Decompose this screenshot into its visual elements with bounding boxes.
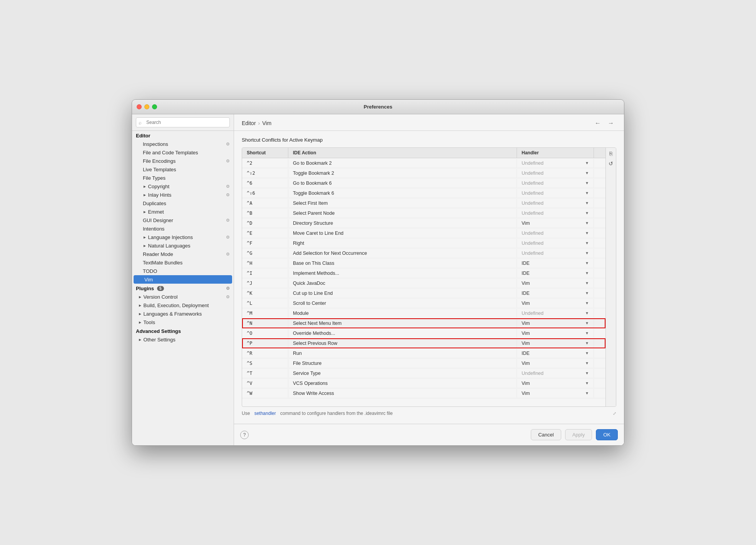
sidebar-item-language-injections[interactable]: ► Language Injections ⚙ [132, 233, 234, 241]
sidebar-item-textmate-bundles[interactable]: TextMate Bundles [132, 258, 234, 267]
sethandler-link[interactable]: sethandler [254, 411, 276, 416]
dropdown-arrow-icon[interactable]: ▼ [585, 301, 589, 305]
chevron-right-icon: ► [138, 320, 142, 324]
dropdown-arrow-icon[interactable]: ▼ [585, 201, 589, 205]
dropdown-arrow-icon[interactable]: ▼ [585, 261, 589, 265]
sidebar-item-copyright[interactable]: ► Copyright ⚙ [132, 182, 234, 191]
back-button[interactable]: ← [592, 119, 603, 127]
dropdown-arrow-icon[interactable]: ▼ [585, 231, 589, 235]
handler-value: Vim [522, 331, 530, 336]
footer-text-pre: Use [242, 411, 250, 416]
dropdown-arrow-icon[interactable]: ▼ [585, 221, 589, 225]
sidebar-item-inlay-hints[interactable]: ► Inlay Hints ⚙ [132, 191, 234, 199]
settings-icon: ⚙ [226, 192, 230, 197]
handler-cell: Undefined ▼ [517, 159, 594, 167]
breadcrumb-separator: › [258, 120, 260, 126]
dropdown-arrow-icon[interactable]: ▼ [585, 341, 589, 345]
sidebar-item-vim[interactable]: Vim [134, 275, 232, 284]
zoom-button[interactable] [152, 104, 157, 109]
sidebar-item-emmet[interactable]: ► Emmet [132, 207, 234, 216]
cancel-button[interactable]: Cancel [531, 429, 561, 440]
dropdown-arrow-icon[interactable]: ▼ [585, 191, 589, 195]
sidebar-item-build-execution[interactable]: ► Build, Execution, Deployment [132, 301, 234, 309]
dropdown-arrow-icon[interactable]: ▼ [585, 291, 589, 295]
shortcut-cell: ^V [242, 379, 288, 388]
table-row: ^V VCS Operations Vim ▼ [242, 378, 605, 388]
table-row: ^R Run IDE ▼ [242, 348, 605, 358]
sidebar-item-tools[interactable]: ► Tools [132, 318, 234, 326]
dropdown-arrow-icon[interactable]: ▼ [585, 391, 589, 395]
sidebar-item-file-code-templates[interactable]: File and Code Templates [132, 148, 234, 157]
chevron-right-icon: ► [138, 303, 142, 308]
sidebar-item-file-encodings[interactable]: File Encodings ⚙ [132, 157, 234, 165]
close-button[interactable] [137, 104, 142, 109]
sidebar-item-label: Build, Execution, Deployment [144, 303, 209, 308]
sidebar-item-file-types[interactable]: File Types [132, 174, 234, 182]
dropdown-arrow-icon[interactable]: ▼ [585, 321, 589, 325]
dropdown-arrow-icon[interactable]: ▼ [585, 161, 589, 165]
action-cell: Scroll to Center [288, 299, 517, 308]
forward-button[interactable]: → [605, 119, 616, 127]
sidebar-item-gui-designer[interactable]: GUI Designer ⚙ [132, 216, 234, 224]
action-icon-cell [594, 372, 605, 375]
settings-icon: ⚙ [226, 252, 230, 257]
dropdown-arrow-icon[interactable]: ▼ [585, 251, 589, 255]
sidebar-item-intentions[interactable]: Intentions [132, 224, 234, 233]
sidebar-item-inspections[interactable]: Inspections ⚙ [132, 140, 234, 148]
action-cell: Show Write Access [288, 389, 517, 398]
handler-cell: Vim ▼ [517, 359, 594, 368]
sidebar-item-duplicates[interactable]: Duplicates [132, 199, 234, 207]
sidebar-item-label: File and Code Templates [143, 150, 198, 155]
dropdown-arrow-icon[interactable]: ▼ [585, 361, 589, 365]
help-button[interactable]: ? [240, 431, 249, 439]
main-content-area: ⌕ Editor Inspections ⚙ File and Code Tem… [132, 114, 624, 445]
dropdown-arrow-icon[interactable]: ▼ [585, 351, 589, 355]
dropdown-arrow-icon[interactable]: ▼ [585, 211, 589, 215]
copy-button[interactable]: ⎘ [608, 149, 614, 158]
ok-button[interactable]: OK [596, 429, 618, 440]
action-icon-cell [594, 222, 605, 225]
apply-button[interactable]: Apply [565, 429, 592, 440]
table-row: ^F Right Undefined ▼ [242, 238, 605, 248]
dropdown-arrow-icon[interactable]: ▼ [585, 371, 589, 375]
dropdown-arrow-icon[interactable]: ▼ [585, 271, 589, 275]
action-icon-cell [594, 212, 605, 215]
minimize-button[interactable] [144, 104, 149, 109]
shortcut-cell: ^N [242, 319, 288, 328]
sidebar-item-natural-languages[interactable]: ► Natural Languages [132, 241, 234, 250]
sidebar-item-reader-mode[interactable]: Reader Mode ⚙ [132, 250, 234, 258]
plugins-badge: 5 [157, 286, 164, 291]
handler-value: Undefined [522, 171, 544, 176]
handler-value: Undefined [522, 311, 544, 316]
shortcut-cell: ^⇧6 [242, 189, 288, 197]
dropdown-arrow-icon[interactable]: ▼ [585, 331, 589, 335]
dropdown-arrow-icon[interactable]: ▼ [585, 311, 589, 315]
action-icon-cell [594, 352, 605, 355]
dropdown-arrow-icon[interactable]: ▼ [585, 181, 589, 185]
dropdown-arrow-icon[interactable]: ▼ [585, 171, 589, 175]
handler-value: Undefined [522, 371, 544, 376]
sidebar-item-other-settings[interactable]: ► Other Settings [132, 335, 234, 344]
sidebar-item-label: Inlay Hints [148, 192, 172, 198]
dropdown-arrow-icon[interactable]: ▼ [585, 381, 589, 385]
shortcut-cell: ^I [242, 269, 288, 278]
sidebar-item-label: File Encodings [143, 158, 176, 164]
chevron-right-icon: ► [138, 338, 142, 342]
chevron-right-icon: ► [138, 312, 142, 316]
handler-value: Vim [522, 281, 530, 286]
breadcrumb-parent: Editor [242, 120, 256, 126]
sidebar-item-live-templates[interactable]: Live Templates [132, 165, 234, 174]
dropdown-arrow-icon[interactable]: ▼ [585, 241, 589, 245]
dropdown-arrow-icon[interactable]: ▼ [585, 281, 589, 285]
shortcut-cell: ^J [242, 279, 288, 288]
sidebar-item-todo[interactable]: TODO [132, 267, 234, 275]
sidebar-item-version-control[interactable]: ► Version Control ⚙ [132, 293, 234, 301]
action-cell: File Structure [288, 359, 517, 368]
sidebar-item-languages-frameworks[interactable]: ► Languages & Frameworks [132, 309, 234, 318]
search-input[interactable] [136, 117, 230, 127]
reset-button[interactable]: ↺ [607, 159, 614, 168]
handler-value: IDE [522, 271, 530, 276]
settings-icon: ⚙ [226, 294, 230, 299]
col-icons [594, 148, 605, 158]
action-cell: Module [288, 309, 517, 318]
